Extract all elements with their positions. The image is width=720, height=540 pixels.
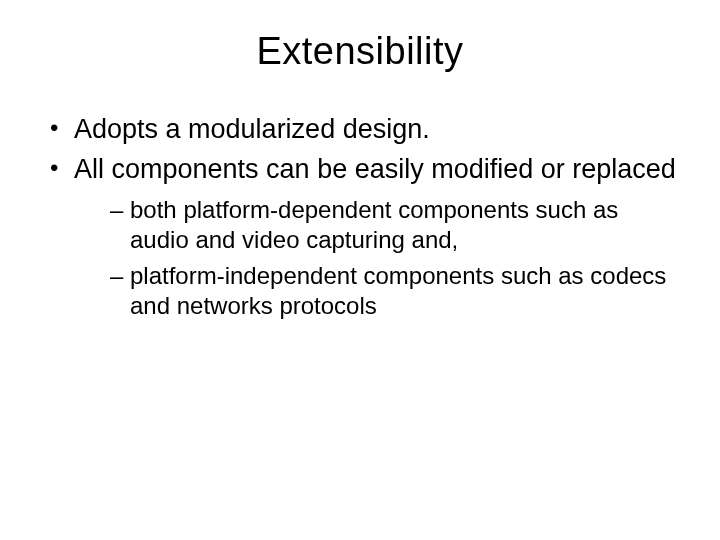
- sub-bullet-item: both platform-dependent components such …: [110, 195, 680, 255]
- bullet-item: Adopts a modularized design.: [50, 113, 680, 147]
- sub-bullet-item: platform-independent components such as …: [110, 261, 680, 321]
- slide-title: Extensibility: [40, 30, 680, 73]
- bullet-list: Adopts a modularized design. All compone…: [50, 113, 680, 321]
- bullet-text: Adopts a modularized design.: [74, 114, 430, 144]
- sub-bullet-text: both platform-dependent components such …: [130, 196, 618, 253]
- bullet-text: All components can be easily modified or…: [74, 154, 676, 184]
- sub-bullet-text: platform-independent components such as …: [130, 262, 666, 319]
- bullet-item: All components can be easily modified or…: [50, 153, 680, 321]
- slide: Extensibility Adopts a modularized desig…: [0, 0, 720, 540]
- sub-bullet-list: both platform-dependent components such …: [110, 195, 680, 321]
